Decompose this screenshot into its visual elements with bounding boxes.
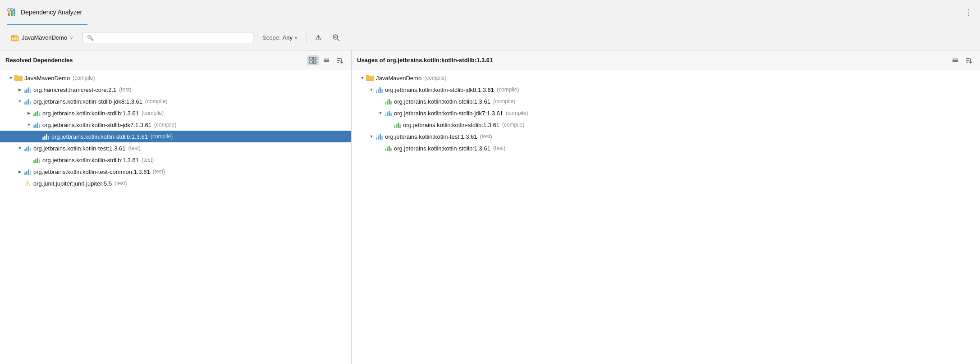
- project-name: JavaMavenDemo: [22, 34, 67, 41]
- dep-name-kotlin-stdlib-jdk8: org.jetbrains.kotlin:kotlin-stdlib-jdk8:…: [33, 98, 142, 105]
- tree-item-kotlin-test-common[interactable]: org.jetbrains.kotlin:kotlin-test-common:…: [0, 166, 351, 177]
- svg-rect-10: [17, 37, 18, 40]
- tree-item-junit-jupiter[interactable]: ⚠org.junit.jupiter:junit-jupiter:5.5(tes…: [0, 177, 351, 189]
- dep-name-r-jdk7: org.jetbrains.kotlin:kotlin-stdlib-jdk7:…: [394, 110, 503, 117]
- svg-rect-15: [313, 57, 316, 60]
- svg-rect-51: [39, 159, 40, 163]
- window-menu-button[interactable]: ⋮: [965, 8, 973, 18]
- svg-rect-17: [313, 61, 316, 64]
- svg-rect-45: [26, 147, 27, 151]
- dep-icon-r-kotlin-test: [375, 132, 383, 141]
- tree-item-root[interactable]: JavaMavenDemo(compile): [0, 72, 351, 84]
- tree-item-kotlin-test[interactable]: org.jetbrains.kotlin:kotlin-test:1.3.61(…: [0, 142, 351, 154]
- find-button[interactable]: [330, 32, 343, 44]
- scope-tag-r-kotlin-test-stdlib: (test): [493, 145, 505, 151]
- dependency-analyzer-icon: [7, 7, 17, 17]
- right-sort-button[interactable]: [963, 55, 975, 65]
- sort-icon: [336, 57, 343, 64]
- toggle-kotlin-test-common[interactable]: [16, 168, 23, 175]
- dep-name-kotlin-stdlib-selected: org.jetbrains.kotlin:kotlin-stdlib:1.3.6…: [51, 133, 148, 140]
- collapse-all-button[interactable]: [321, 55, 332, 65]
- left-panel: Resolved Dependencies: [0, 50, 352, 364]
- warnings-button[interactable]: ⚠: [312, 32, 324, 44]
- svg-rect-65: [381, 89, 383, 93]
- tree-item-r-jdk7[interactable]: org.jetbrains.kotlin:kotlin-stdlib-jdk7:…: [352, 107, 980, 119]
- tree-item-kotlin-stdlib-jdk7[interactable]: org.jetbrains.kotlin:kotlin-stdlib-jdk7:…: [0, 119, 351, 131]
- svg-point-3: [8, 9, 10, 11]
- scope-label: Scope:: [262, 34, 280, 41]
- left-panel-tree: JavaMavenDemo(compile) org.hamcrest:hamc…: [0, 70, 351, 364]
- right-collapse-icon: [952, 57, 959, 64]
- toggle-r-kotlin-test[interactable]: [368, 133, 375, 140]
- svg-rect-72: [389, 111, 390, 116]
- scope-tag-junit-jupiter: (test): [114, 180, 127, 187]
- dep-icon-kotlin-stdlib-jdk8-child1: [32, 109, 41, 117]
- svg-rect-75: [396, 124, 397, 128]
- svg-rect-43: [48, 136, 49, 140]
- right-collapse-button[interactable]: [949, 55, 961, 65]
- svg-point-11: [333, 35, 338, 39]
- toggle-hamcrest[interactable]: [16, 86, 23, 93]
- dep-name-kotlin-test-child: org.jetbrains.kotlin:kotlin-stdlib:1.3.6…: [42, 157, 139, 164]
- sort-button[interactable]: [334, 55, 346, 65]
- dep-icon-kotlin-stdlib-jdk7: [32, 121, 41, 129]
- tree-item-r-root[interactable]: JavaMavenDemo(compile): [352, 72, 980, 84]
- svg-rect-82: [385, 149, 386, 151]
- toggle-kotlin-stdlib-jdk8-child1[interactable]: [25, 109, 32, 117]
- dep-icon-r-jdk7: [384, 109, 392, 117]
- scope-tag-hamcrest: (test): [119, 86, 131, 93]
- svg-rect-34: [37, 111, 38, 116]
- svg-rect-85: [390, 148, 392, 151]
- svg-rect-42: [46, 134, 47, 140]
- tree-item-kotlin-stdlib-jdk8[interactable]: org.jetbrains.kotlin:kotlin-stdlib-jdk8:…: [0, 96, 351, 107]
- svg-rect-8: [12, 37, 14, 40]
- right-sort-icon: [965, 57, 972, 64]
- collapse-icon: [323, 57, 330, 64]
- dep-icon-r-kotlin-test-stdlib: [384, 144, 392, 152]
- expand-all-button[interactable]: [307, 55, 319, 65]
- toggle-r-root[interactable]: [359, 74, 366, 82]
- tree-item-r-jdk8-stdlib[interactable]: org.jetbrains.kotlin:kotlin-stdlib:1.3.6…: [352, 96, 980, 107]
- left-panel-title: Resolved Dependencies: [5, 57, 73, 64]
- tree-item-kotlin-stdlib-jdk8-child1[interactable]: org.jetbrains.kotlin:kotlin-stdlib:1.3.6…: [0, 107, 351, 119]
- svg-rect-77: [399, 124, 401, 128]
- svg-rect-29: [26, 100, 27, 105]
- warning-icon: ⚠: [315, 33, 321, 42]
- tree-item-r-kotlin-test[interactable]: org.jetbrains.kotlin:kotlin-test:1.3.61(…: [352, 131, 980, 142]
- search-box[interactable]: 🔍: [82, 32, 253, 43]
- search-icon: 🔍: [87, 35, 94, 41]
- scope-selector[interactable]: Scope: Any ∨: [259, 32, 301, 43]
- right-panel: Usages of org.jetbrains.kotlin:kotlin-st…: [352, 50, 980, 364]
- dep-icon-r-jdk7-stdlib: [393, 121, 401, 129]
- svg-rect-64: [380, 87, 381, 93]
- right-panel-title: Usages of org.jetbrains.kotlin:kotlin-st…: [357, 57, 493, 64]
- dep-name-kotlin-stdlib-jdk7: org.jetbrains.kotlin:kotlin-stdlib-jdk7:…: [42, 122, 151, 128]
- project-selector[interactable]: JavaMavenDemo ∨: [7, 32, 77, 44]
- dep-name-r-kotlin-test: org.jetbrains.kotlin:kotlin-test:1.3.61: [385, 133, 477, 140]
- svg-rect-53: [26, 171, 27, 175]
- tree-item-hamcrest[interactable]: org.hamcrest:hamcrest-core:2.1(test): [0, 84, 351, 96]
- tree-item-r-jdk8[interactable]: org.jetbrains.kotlin:kotlin-stdlib-jdk8:…: [352, 84, 980, 96]
- toggle-r-jdk7[interactable]: [377, 109, 384, 117]
- svg-rect-47: [30, 148, 31, 151]
- toggle-kotlin-stdlib-jdk8[interactable]: [16, 98, 23, 105]
- toggle-kotlin-test[interactable]: [16, 145, 23, 152]
- svg-rect-32: [33, 114, 35, 116]
- svg-rect-37: [35, 124, 37, 128]
- title-bar-tab[interactable]: Dependency Analyzer: [7, 0, 87, 25]
- tree-item-kotlin-stdlib-selected[interactable]: org.jetbrains.kotlin:kotlin-stdlib:1.3.6…: [0, 131, 351, 142]
- search-input[interactable]: [96, 34, 248, 41]
- tree-item-kotlin-test-child[interactable]: org.jetbrains.kotlin:kotlin-stdlib:1.3.6…: [0, 154, 351, 166]
- svg-rect-62: [376, 90, 377, 93]
- title-bar: Dependency Analyzer ⋮: [0, 0, 980, 25]
- svg-rect-70: [385, 114, 386, 116]
- scope-tag-kotlin-test: (test): [128, 145, 141, 151]
- toggle-r-jdk8[interactable]: [368, 86, 375, 93]
- svg-rect-54: [28, 169, 29, 175]
- svg-rect-44: [24, 149, 26, 151]
- svg-rect-66: [385, 102, 386, 105]
- tree-item-r-kotlin-test-stdlib[interactable]: org.jetbrains.kotlin:kotlin-stdlib:1.3.6…: [352, 142, 980, 154]
- toggle-root[interactable]: [7, 74, 14, 82]
- tree-item-r-jdk7-stdlib[interactable]: org.jetbrains.kotlin:kotlin-stdlib:1.3.6…: [352, 119, 980, 131]
- toggle-kotlin-stdlib-jdk7[interactable]: [25, 121, 32, 128]
